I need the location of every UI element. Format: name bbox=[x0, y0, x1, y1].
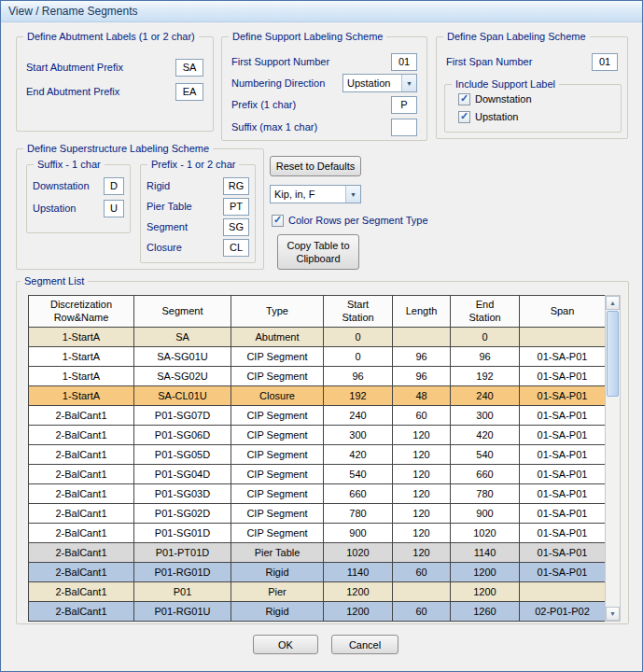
table-cell[interactable]: 660 bbox=[451, 465, 520, 484]
table-cell[interactable] bbox=[393, 328, 451, 347]
end-abutment-prefix-input[interactable] bbox=[175, 83, 203, 101]
table-cell[interactable]: CIP Segment bbox=[231, 347, 324, 367]
downstation-checkbox[interactable]: ✓ bbox=[458, 93, 470, 105]
first-span-number-input[interactable] bbox=[592, 53, 618, 71]
title-bar[interactable]: View / Rename Segments bbox=[1, 1, 642, 22]
table-cell[interactable]: 01-SA-P01 bbox=[520, 445, 606, 465]
table-cell[interactable]: P01 bbox=[134, 582, 231, 602]
table-cell[interactable]: 1140 bbox=[324, 563, 393, 582]
table-cell[interactable]: 1-StartA bbox=[29, 367, 134, 386]
table-row[interactable]: 1-StartASAAbutment00 bbox=[29, 328, 606, 347]
reset-to-defaults-button[interactable]: Reset to Defaults bbox=[270, 156, 361, 176]
table-cell[interactable]: Rigid bbox=[231, 563, 324, 582]
table-cell[interactable]: 1260 bbox=[451, 602, 520, 622]
table-cell[interactable]: 780 bbox=[324, 504, 393, 524]
table-cell[interactable]: 120 bbox=[393, 465, 451, 484]
table-cell[interactable]: 120 bbox=[393, 543, 451, 563]
table-cell[interactable]: CIP Segment bbox=[231, 367, 324, 386]
table-cell[interactable]: 48 bbox=[393, 386, 451, 406]
table-cell[interactable]: 60 bbox=[393, 602, 451, 622]
table-cell[interactable]: 900 bbox=[451, 504, 520, 524]
table-cell[interactable]: 1200 bbox=[451, 563, 520, 582]
table-cell[interactable]: 1020 bbox=[451, 524, 520, 543]
color-rows-checkbox[interactable]: ✓ bbox=[272, 215, 284, 227]
table-row[interactable]: 2-BalCant1P01-SG04DCIP Segment5401206600… bbox=[29, 465, 606, 484]
table-cell[interactable]: 2-BalCant1 bbox=[29, 582, 134, 602]
table-row[interactable]: 2-BalCant1P01-PT01DPier Table10201201140… bbox=[29, 543, 606, 563]
table-cell[interactable]: CIP Segment bbox=[231, 524, 324, 543]
prefix-pier-table-input[interactable] bbox=[223, 198, 249, 216]
chevron-down-icon[interactable]: ▼ bbox=[401, 75, 416, 91]
table-row[interactable]: 2-BalCant1P01-RG01URigid120060126002-P01… bbox=[29, 602, 606, 622]
table-cell[interactable]: 1200 bbox=[324, 602, 393, 622]
table-cell[interactable]: Pier Table bbox=[231, 543, 324, 563]
table-cell[interactable]: 2-BalCant1 bbox=[29, 602, 134, 622]
table-cell[interactable]: 01-SA-P01 bbox=[520, 367, 606, 386]
table-cell[interactable]: CIP Segment bbox=[231, 465, 324, 484]
table-cell[interactable]: 2-BalCant1 bbox=[29, 445, 134, 465]
table-cell[interactable]: 1020 bbox=[324, 543, 393, 563]
table-row[interactable]: 2-BalCant1P01-SG06DCIP Segment3001204200… bbox=[29, 426, 606, 445]
table-cell[interactable]: P01-PT01D bbox=[134, 543, 231, 563]
scroll-up-button[interactable]: ▲ bbox=[606, 296, 620, 310]
table-cell[interactable]: 60 bbox=[393, 563, 451, 582]
table-cell[interactable]: 2-BalCant1 bbox=[29, 426, 134, 445]
table-cell[interactable]: 96 bbox=[393, 347, 451, 367]
table-cell[interactable] bbox=[520, 328, 606, 347]
table-cell[interactable]: CIP Segment bbox=[231, 406, 324, 426]
suffix-downstation-input[interactable] bbox=[104, 177, 124, 195]
table-cell[interactable]: 1200 bbox=[324, 582, 393, 602]
table-cell[interactable]: 1-StartA bbox=[29, 347, 134, 367]
table-row[interactable]: 2-BalCant1P01-SG03DCIP Segment6601207800… bbox=[29, 484, 606, 504]
table-cell[interactable]: P01-RG01D bbox=[134, 563, 231, 582]
prefix-segment-input[interactable] bbox=[223, 218, 249, 236]
table-cell[interactable]: 300 bbox=[451, 406, 520, 426]
table-cell[interactable]: 1-StartA bbox=[29, 386, 134, 406]
table-cell[interactable]: 01-SA-P01 bbox=[520, 484, 606, 504]
table-cell[interactable]: P01-SG06D bbox=[134, 426, 231, 445]
table-cell[interactable]: P01-SG07D bbox=[134, 406, 231, 426]
ok-button[interactable]: OK bbox=[253, 635, 318, 654]
table-cell[interactable]: 01-SA-P01 bbox=[520, 386, 606, 406]
table-cell[interactable]: 96 bbox=[451, 347, 520, 367]
table-cell[interactable]: 300 bbox=[324, 426, 393, 445]
table-cell[interactable]: 2-BalCant1 bbox=[29, 465, 134, 484]
table-cell[interactable]: 420 bbox=[324, 445, 393, 465]
table-cell[interactable]: 02-P01-P02 bbox=[520, 602, 606, 622]
table-cell[interactable]: SA-SG01U bbox=[134, 347, 231, 367]
table-row[interactable]: 2-BalCant1P01-RG01DRigid114060120001-SA-… bbox=[29, 563, 606, 582]
table-cell[interactable]: P01-SG02D bbox=[134, 504, 231, 524]
table-row[interactable]: 2-BalCant1P01-SG01DCIP Segment9001201020… bbox=[29, 524, 606, 543]
upstation-checkbox-row[interactable]: ✓ Upstation bbox=[458, 110, 518, 123]
support-suffix-input[interactable] bbox=[391, 119, 417, 136]
table-cell[interactable]: 900 bbox=[324, 524, 393, 543]
table-cell[interactable]: 120 bbox=[393, 484, 451, 504]
table-row[interactable]: 2-BalCant1P01-SG07DCIP Segment2406030001… bbox=[29, 406, 606, 426]
downstation-checkbox-row[interactable]: ✓ Downstation bbox=[458, 92, 532, 105]
table-cell[interactable]: 1200 bbox=[451, 582, 520, 602]
table-cell[interactable]: CIP Segment bbox=[231, 484, 324, 504]
table-cell[interactable]: 2-BalCant1 bbox=[29, 543, 134, 563]
table-cell[interactable]: P01-SG04D bbox=[134, 465, 231, 484]
table-cell[interactable]: 96 bbox=[324, 367, 393, 386]
table-cell[interactable]: CIP Segment bbox=[231, 504, 324, 524]
table-cell[interactable]: 2-BalCant1 bbox=[29, 563, 134, 582]
prefix-rigid-input[interactable] bbox=[223, 177, 249, 195]
table-cell[interactable]: 60 bbox=[393, 406, 451, 426]
table-cell[interactable]: 780 bbox=[451, 484, 520, 504]
table-row[interactable]: 2-BalCant1P01Pier12001200 bbox=[29, 582, 606, 602]
table-cell[interactable]: Pier bbox=[231, 582, 324, 602]
table-cell[interactable]: 1140 bbox=[451, 543, 520, 563]
table-cell[interactable]: P01-SG05D bbox=[134, 445, 231, 465]
scroll-down-button[interactable]: ▼ bbox=[606, 607, 620, 621]
scroll-thumb[interactable] bbox=[607, 311, 619, 397]
table-cell[interactable] bbox=[520, 582, 606, 602]
table-cell[interactable]: 0 bbox=[324, 347, 393, 367]
table-cell[interactable]: 240 bbox=[451, 386, 520, 406]
table-cell[interactable]: 240 bbox=[324, 406, 393, 426]
color-rows-checkbox-row[interactable]: ✓ Color Rows per Segment Type bbox=[272, 214, 428, 227]
table-cell[interactable]: 192 bbox=[451, 367, 520, 386]
table-cell[interactable]: 192 bbox=[324, 386, 393, 406]
table-cell[interactable]: P01-RG01U bbox=[134, 602, 231, 622]
start-abutment-prefix-input[interactable] bbox=[175, 59, 203, 77]
